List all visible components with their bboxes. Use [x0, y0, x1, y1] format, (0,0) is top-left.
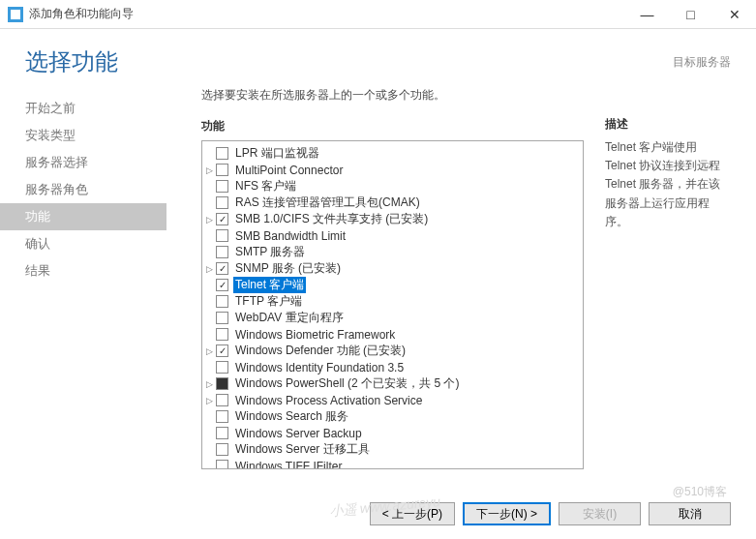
window-title: 添加角色和功能向导	[29, 6, 134, 22]
window-controls: — □ ✕	[625, 0, 756, 29]
checkbox[interactable]	[216, 180, 228, 193]
expander-icon[interactable]: ▷	[202, 346, 216, 356]
feature-row[interactable]: Windows Identity Foundation 3.5	[202, 359, 583, 375]
checkbox[interactable]	[216, 328, 228, 341]
feature-label: Windows Search 服务	[233, 408, 350, 425]
feature-label: WebDAV 重定向程序	[233, 310, 346, 326]
feature-label: Windows Process Activation Service	[233, 394, 424, 407]
feature-label: SMTP 服务器	[233, 244, 307, 260]
feature-label: Telnet 客户端	[233, 277, 306, 293]
sidebar-step-5[interactable]: 确认	[0, 230, 166, 257]
checkbox[interactable]	[216, 377, 228, 390]
feature-row[interactable]: ▷SNMP 服务 (已安装)	[202, 260, 583, 277]
previous-button[interactable]: < 上一步(P)	[370, 502, 455, 525]
wizard-steps: 开始之前安装类型服务器选择服务器角色功能确认结果	[0, 87, 166, 494]
checkbox[interactable]	[216, 410, 228, 423]
feature-row[interactable]: ▷Windows Defender 功能 (已安装)	[202, 343, 583, 359]
expander-icon[interactable]: ▷	[202, 379, 216, 389]
feature-row[interactable]: SMB Bandwidth Limit	[202, 227, 583, 244]
checkbox[interactable]	[216, 229, 228, 242]
checkbox[interactable]	[216, 147, 228, 160]
feature-row[interactable]: Telnet 客户端	[202, 277, 583, 293]
wizard-body: 开始之前安装类型服务器选择服务器角色功能确认结果 选择要安装在所选服务器上的一个…	[0, 87, 756, 494]
feature-row[interactable]: Windows Search 服务	[202, 408, 583, 425]
feature-row[interactable]: WebDAV 重定向程序	[202, 310, 583, 326]
close-button[interactable]: ✕	[712, 0, 756, 29]
wizard-footer: < 上一步(P) 下一步(N) > 安装(I) 取消	[0, 502, 756, 525]
feature-label: SNMP 服务 (已安装)	[233, 260, 343, 277]
feature-label: Windows Biometric Framework	[233, 328, 397, 342]
features-label: 功能	[201, 118, 584, 135]
checkbox[interactable]	[216, 460, 228, 469]
feature-row[interactable]: Windows Server Backup	[202, 425, 583, 441]
expander-icon[interactable]: ▷	[202, 165, 216, 175]
main-panel: 选择要安装在所选服务器上的一个或多个功能。 功能 LPR 端口监视器▷Multi…	[166, 87, 731, 494]
sidebar-step-1[interactable]: 安装类型	[0, 122, 166, 149]
target-server-label: 目标服务器	[673, 54, 731, 71]
feature-row[interactable]: Windows Biometric Framework	[202, 326, 583, 343]
feature-row[interactable]: Windows Server 迁移工具	[202, 441, 583, 458]
feature-label: Windows PowerShell (2 个已安装，共 5 个)	[233, 375, 461, 392]
sidebar-step-6[interactable]: 结果	[0, 257, 166, 284]
sidebar-step-0[interactable]: 开始之前	[0, 95, 166, 122]
feature-label: Windows Server Backup	[233, 427, 364, 440]
install-button[interactable]: 安装(I)	[559, 502, 641, 525]
checkbox[interactable]	[216, 344, 228, 357]
checkbox[interactable]	[216, 312, 228, 324]
feature-row[interactable]: Windows TIFF IFilter	[202, 458, 583, 469]
sidebar-step-3[interactable]: 服务器角色	[0, 176, 166, 203]
wizard-header: 选择功能 目标服务器	[0, 29, 756, 87]
feature-label: Windows Identity Foundation 3.5	[233, 361, 406, 374]
next-button[interactable]: 下一步(N) >	[463, 502, 551, 525]
feature-label: RAS 连接管理器管理工具包(CMAK)	[233, 195, 422, 211]
feature-label: NFS 客户端	[233, 178, 298, 195]
description-text: Telnet 客户端使用 Telnet 协议连接到远程 Telnet 服务器，并…	[605, 138, 731, 231]
checkbox[interactable]	[216, 279, 228, 291]
titlebar: 添加角色和功能向导 — □ ✕	[0, 0, 756, 29]
feature-row[interactable]: LPR 端口监视器	[202, 145, 583, 162]
checkbox[interactable]	[216, 196, 228, 209]
app-icon	[8, 7, 23, 22]
maximize-button[interactable]: □	[669, 0, 712, 29]
feature-row[interactable]: SMTP 服务器	[202, 244, 583, 260]
minimize-button[interactable]: —	[625, 0, 669, 29]
feature-row[interactable]: ▷MultiPoint Connector	[202, 162, 583, 178]
intro-text: 选择要安装在所选服务器上的一个或多个功能。	[201, 87, 584, 104]
feature-label: Windows TIFF IFilter	[233, 460, 344, 470]
cancel-button[interactable]: 取消	[649, 502, 731, 525]
expander-icon[interactable]: ▷	[202, 264, 216, 274]
feature-label: Windows Server 迁移工具	[233, 441, 372, 458]
feature-row[interactable]: NFS 客户端	[202, 178, 583, 195]
feature-label: TFTP 客户端	[233, 293, 304, 310]
checkbox[interactable]	[216, 262, 228, 275]
expander-icon[interactable]: ▷	[202, 215, 216, 225]
feature-row[interactable]: ▷Windows Process Activation Service	[202, 392, 583, 408]
features-list[interactable]: LPR 端口监视器▷MultiPoint ConnectorNFS 客户端RAS…	[201, 140, 584, 469]
feature-label: SMB Bandwidth Limit	[233, 229, 348, 243]
checkbox[interactable]	[216, 361, 228, 374]
expander-icon[interactable]: ▷	[202, 396, 216, 405]
checkbox[interactable]	[216, 246, 228, 258]
description-label: 描述	[605, 116, 731, 133]
sidebar-step-4[interactable]: 功能	[0, 203, 166, 230]
feature-row[interactable]: ▷Windows PowerShell (2 个已安装，共 5 个)	[202, 375, 583, 392]
feature-label: SMB 1.0/CIFS 文件共享支持 (已安装)	[233, 211, 430, 227]
feature-label: LPR 端口监视器	[233, 145, 321, 162]
feature-label: MultiPoint Connector	[233, 164, 345, 177]
checkbox[interactable]	[216, 295, 228, 308]
checkbox[interactable]	[216, 443, 228, 456]
feature-row[interactable]: TFTP 客户端	[202, 293, 583, 310]
feature-row[interactable]: ▷SMB 1.0/CIFS 文件共享支持 (已安装)	[202, 211, 583, 227]
checkbox[interactable]	[216, 213, 228, 225]
checkbox[interactable]	[216, 427, 228, 439]
feature-label: Windows Defender 功能 (已安装)	[233, 343, 408, 359]
sidebar-step-2[interactable]: 服务器选择	[0, 149, 166, 176]
checkbox[interactable]	[216, 164, 228, 176]
feature-row[interactable]: RAS 连接管理器管理工具包(CMAK)	[202, 195, 583, 211]
checkbox[interactable]	[216, 394, 228, 406]
page-title: 选择功能	[25, 46, 118, 77]
